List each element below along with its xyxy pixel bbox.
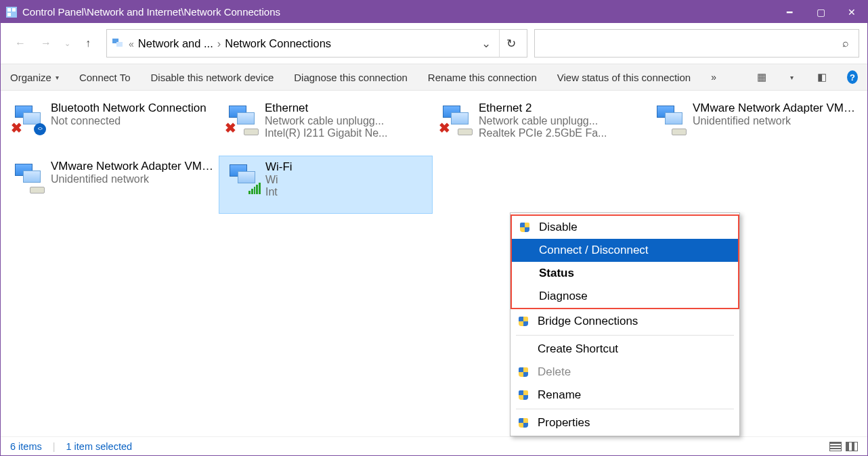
adapter-status: Wi <box>265 174 428 186</box>
breadcrumb-seg-current[interactable]: Network Connections <box>225 37 331 50</box>
cm-bridge-connections[interactable]: Bridge Connections <box>511 310 739 333</box>
svg-rect-3 <box>7 13 11 16</box>
bluetooth-icon: ⌔ <box>34 123 46 135</box>
network-adapter-item[interactable]: VMware Network Adapter VMnet1Unidentifie… <box>647 97 861 156</box>
cm-connect-disconnect[interactable]: Connect / Disconnect <box>512 239 738 262</box>
breadcrumb-seg-parent[interactable]: Network and ... <box>138 37 213 50</box>
search-icon: ⌕ <box>842 37 849 49</box>
network-adapter-icon: ✖⌔ <box>11 104 43 134</box>
network-connections-icon <box>111 37 125 50</box>
separator <box>516 409 734 409</box>
up-button[interactable]: ↑ <box>77 32 100 55</box>
adapter-name: Wi-Fi <box>265 160 428 174</box>
svg-rect-5 <box>116 42 123 47</box>
cm-delete: Delete <box>511 361 739 384</box>
network-adapter-icon <box>225 163 258 193</box>
minimize-button[interactable]: ━ <box>774 1 805 23</box>
forward-button[interactable]: → <box>35 32 58 55</box>
context-menu: Disable Connect / Disconnect Status Diag… <box>510 212 740 436</box>
svg-rect-1 <box>7 8 11 12</box>
ethernet-plug-icon <box>672 129 687 135</box>
network-adapter-icon: ✖ <box>439 104 471 134</box>
cm-disable[interactable]: Disable <box>512 216 738 239</box>
adapter-device: Int <box>265 186 428 198</box>
disconnected-x-icon: ✖ <box>439 123 451 135</box>
adapter-status: Network cable unplugg... <box>479 115 643 127</box>
cm-properties[interactable]: Properties <box>511 411 739 434</box>
ethernet-plug-icon <box>244 129 259 135</box>
maximize-button[interactable]: ▢ <box>805 1 836 23</box>
back-button[interactable]: ← <box>9 32 32 55</box>
window-titlebar: Control Panel\Network and Internet\Netwo… <box>1 1 867 23</box>
tiles-view-button[interactable] <box>846 442 858 451</box>
item-count: 6 items <box>10 441 42 452</box>
shield-icon <box>519 317 528 326</box>
command-toolbar: Organize Connect To Disable this network… <box>1 64 867 91</box>
view-options-button[interactable]: ▦ <box>757 71 766 83</box>
organize-menu[interactable]: Organize <box>10 72 59 83</box>
window-title: Control Panel\Network and Internet\Netwo… <box>22 6 774 18</box>
breadcrumb-dropdown[interactable]: ⌄ <box>473 37 499 50</box>
view-status-button[interactable]: View status of this connection <box>557 72 691 83</box>
context-menu-highlight-group: Disable Connect / Disconnect Status Diag… <box>511 214 739 309</box>
breadcrumb[interactable]: Network and ... › Network Connections ⌄ … <box>106 29 527 58</box>
chevron-right-icon: › <box>217 37 221 50</box>
network-adapter-item[interactable]: ✖Ethernet 2Network cable unplugg...Realt… <box>433 97 647 156</box>
ethernet-plug-icon <box>30 187 45 193</box>
network-adapter-icon <box>11 162 43 192</box>
navigation-bar: ← → ⌄ ↑ Network and ... › Network Connec… <box>1 23 867 64</box>
adapter-device: Realtek PCIe 2.5GbE Fa... <box>479 127 643 139</box>
network-adapter-item[interactable]: ✖⌔Bluetooth Network ConnectionNot connec… <box>5 97 219 156</box>
wifi-signal-icon <box>248 182 261 194</box>
adapter-name: Ethernet <box>265 101 429 115</box>
control-panel-icon <box>6 7 17 18</box>
svg-rect-2 <box>12 8 16 12</box>
adapter-name: Ethernet 2 <box>479 101 643 115</box>
network-adapter-item[interactable]: Wi-FiWiInt <box>219 156 433 214</box>
preview-pane-button[interactable]: ◧ <box>817 71 827 83</box>
adapter-status: Not connected <box>51 115 215 127</box>
shield-icon <box>519 418 528 428</box>
shield-icon <box>519 390 528 400</box>
details-view-button[interactable] <box>829 442 842 451</box>
disable-device-button[interactable]: Disable this network device <box>150 72 274 83</box>
disconnected-x-icon: ✖ <box>225 123 237 135</box>
adapter-name: VMware Network Adapter VMnet8 <box>51 160 215 173</box>
ethernet-plug-icon <box>458 129 473 135</box>
help-button[interactable]: ? <box>847 70 858 84</box>
chevron-left-icon <box>129 37 138 50</box>
adapter-status: Network cable unplugg... <box>265 115 429 127</box>
view-dropdown-button[interactable]: ▾ <box>787 71 796 83</box>
adapter-status: Unidentified network <box>51 173 215 185</box>
adapter-name: VMware Network Adapter VMnet1 <box>693 101 856 115</box>
cm-create-shortcut[interactable]: Create Shortcut <box>511 338 739 361</box>
refresh-button[interactable]: ↻ <box>499 30 523 57</box>
network-adapter-icon <box>653 104 685 134</box>
connect-to-button[interactable]: Connect To <box>79 72 131 83</box>
cm-rename[interactable]: Rename <box>511 384 739 407</box>
shield-icon <box>520 223 529 232</box>
cm-diagnose[interactable]: Diagnose <box>512 285 738 308</box>
rename-connection-button[interactable]: Rename this connection <box>428 72 537 83</box>
network-adapter-item[interactable]: VMware Network Adapter VMnet8Unidentifie… <box>5 156 219 214</box>
search-input[interactable]: ⌕ <box>534 29 859 58</box>
close-button[interactable]: ✕ <box>836 1 867 23</box>
shield-icon <box>519 367 528 377</box>
separator <box>516 335 734 336</box>
adapter-device: Intel(R) I211 Gigabit Ne... <box>265 127 429 139</box>
network-adapter-icon: ✖ <box>225 104 257 134</box>
cm-status[interactable]: Status <box>512 262 738 285</box>
adapter-name: Bluetooth Network Connection <box>51 101 215 115</box>
status-bar: 6 items | 1 item selected <box>1 436 867 455</box>
disconnected-x-icon: ✖ <box>11 123 23 135</box>
recent-locations-button[interactable]: ⌄ <box>60 32 74 55</box>
adapter-status: Unidentified network <box>693 115 856 127</box>
diagnose-connection-button[interactable]: Diagnose this connection <box>294 72 408 83</box>
network-adapter-item[interactable]: ✖EthernetNetwork cable unplugg...Intel(R… <box>219 97 433 156</box>
toolbar-overflow-button[interactable]: » <box>711 72 716 83</box>
selection-count: 1 item selected <box>66 441 133 452</box>
